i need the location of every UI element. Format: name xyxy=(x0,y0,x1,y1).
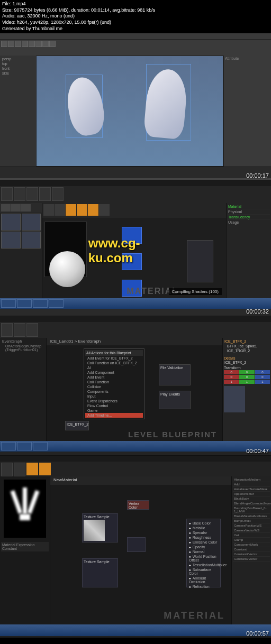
palette-item[interactable]: CameraVectorWS xyxy=(233,528,270,533)
panel-header[interactable]: ICE_BTFX_2 xyxy=(224,339,270,344)
output-pin[interactable]: Subsurface Color xyxy=(188,567,219,576)
ue-toolbar[interactable] xyxy=(0,462,271,476)
asset-thumbnail[interactable] xyxy=(1,232,21,249)
output-pin[interactable]: Metallic xyxy=(188,526,219,530)
details-panel[interactable]: Material Physical Translucency Usage xyxy=(226,203,271,298)
breadcrumb[interactable]: ICE_Land01 > EventGraph xyxy=(47,338,222,345)
modes-panel[interactable] xyxy=(0,203,42,298)
menu-item[interactable]: Collision xyxy=(85,384,143,389)
windows-taskbar[interactable] xyxy=(0,298,271,309)
play-button[interactable] xyxy=(26,323,38,337)
tool-button[interactable] xyxy=(22,41,28,47)
save-button[interactable] xyxy=(1,187,13,201)
palette-item[interactable]: Constant2Vector xyxy=(233,552,270,557)
material-toolbar[interactable] xyxy=(42,203,226,218)
tool-button[interactable] xyxy=(39,187,51,201)
camera-item[interactable]: front xyxy=(1,66,35,71)
mesh-preview[interactable] xyxy=(224,386,245,412)
palette-item[interactable]: AppendVector xyxy=(233,492,270,496)
node-graph[interactable] xyxy=(90,222,224,285)
tool-button[interactable] xyxy=(42,41,49,47)
tree-item[interactable]: OnActorBeginOverlap (TriggerFunction01) xyxy=(1,344,45,352)
windows-taskbar[interactable] xyxy=(0,441,271,452)
taskbar-item[interactable] xyxy=(17,299,32,308)
output-pin[interactable]: TessellationMultiplier xyxy=(188,563,219,567)
blueprint-node[interactable]: Play Events xyxy=(159,391,191,409)
modes-tabs[interactable] xyxy=(0,203,42,213)
palette-item[interactable]: BumpOffset xyxy=(233,519,270,523)
menu-item[interactable]: Call Function xyxy=(85,380,143,384)
tool-button[interactable] xyxy=(49,41,56,47)
taskbar-item[interactable] xyxy=(33,442,48,450)
save-icon[interactable] xyxy=(43,204,54,216)
menu-item[interactable]: Event Dispatchers xyxy=(85,399,143,403)
texture-sample-node[interactable] xyxy=(122,227,142,244)
home-button[interactable] xyxy=(26,463,38,475)
details-panel[interactable]: ICE_BTFX_2 BTFX_Ice_Spike1 ICE_TRGR_2 De… xyxy=(222,338,271,441)
output-pin[interactable]: World Position Offset xyxy=(188,554,219,563)
maya-attribute-editor[interactable]: Attribute xyxy=(223,56,271,167)
maya-outliner[interactable]: persp top front side xyxy=(0,56,36,167)
vertex-color-node[interactable]: Vertex Color xyxy=(127,500,149,510)
tool-button[interactable] xyxy=(8,41,14,47)
property-row[interactable]: Physical xyxy=(228,209,270,215)
ue-menubar[interactable] xyxy=(0,316,271,322)
taskbar-item[interactable] xyxy=(33,299,48,308)
tool-button[interactable] xyxy=(88,204,98,216)
palette-item[interactable]: Ceil xyxy=(233,533,270,538)
apply-button[interactable] xyxy=(39,463,51,475)
property-row[interactable]: Translucency xyxy=(228,215,270,220)
tab[interactable]: NewMaterial xyxy=(50,476,231,485)
ue-menubar[interactable] xyxy=(0,180,271,186)
output-pin[interactable]: Opacity xyxy=(188,545,219,549)
apply-button[interactable] xyxy=(77,204,87,216)
asset-thumbnail[interactable] xyxy=(1,214,21,231)
ue-toolbar[interactable] xyxy=(0,322,271,338)
menu-item[interactable]: Input xyxy=(85,394,143,399)
material-preview[interactable] xyxy=(44,222,87,277)
event-graph[interactable]: ICE_Land01 > EventGraph All Actions for … xyxy=(47,338,222,441)
transform-location[interactable]: 000 xyxy=(224,370,270,374)
output-pin[interactable]: Roughness xyxy=(188,535,219,540)
tool-button[interactable] xyxy=(35,41,42,47)
menu-item[interactable]: Add Component xyxy=(85,370,143,375)
output-pin[interactable]: Normal xyxy=(188,549,219,554)
output-pin[interactable]: Base Color xyxy=(188,521,219,526)
taskbar-item[interactable] xyxy=(17,442,32,450)
save-button[interactable] xyxy=(1,323,13,337)
content-browser[interactable] xyxy=(0,213,42,250)
home-button[interactable] xyxy=(66,204,76,216)
tool-button[interactable] xyxy=(99,204,110,216)
asset-thumbnail[interactable] xyxy=(22,232,41,249)
menu-item[interactable]: AI xyxy=(85,365,143,370)
output-pin[interactable]: Emissive Color xyxy=(188,540,219,545)
output-pin[interactable]: Refraction xyxy=(188,584,219,589)
menu-item[interactable]: Add Event xyxy=(85,375,143,380)
save-button[interactable] xyxy=(1,463,13,476)
play-button[interactable] xyxy=(52,187,64,201)
maya-toolbar[interactable] xyxy=(0,40,271,56)
transform-scale[interactable]: 111 xyxy=(224,380,270,384)
start-button[interactable] xyxy=(1,299,16,308)
texture-sample-node[interactable]: Texture Sample xyxy=(82,513,118,542)
palette-item[interactable]: Add xyxy=(233,482,270,487)
palette-item[interactable]: AbsorptionMedium xyxy=(233,477,270,482)
property-row[interactable]: Material xyxy=(228,204,270,209)
palette-item[interactable]: BlendAngleCorrectedNormals xyxy=(233,501,270,506)
search-icon[interactable] xyxy=(55,204,65,216)
menu-item[interactable]: Components xyxy=(85,389,143,394)
menu-item[interactable]: Flow Control xyxy=(85,403,143,408)
menu-item[interactable]: Add Event for ICE_BTFX_2 xyxy=(85,356,143,361)
context-menu[interactable]: All Actions for this Blueprint Add Event… xyxy=(84,348,144,419)
palette-item[interactable]: ComponentMask xyxy=(233,542,270,547)
compile-button[interactable] xyxy=(14,323,25,337)
palette-item[interactable]: Clamp xyxy=(233,538,270,542)
place-icon[interactable] xyxy=(1,204,11,211)
tool-button[interactable] xyxy=(1,41,7,47)
palette-item[interactable]: BoundingBoxBased_0-1_UVW xyxy=(233,506,270,514)
texture-sample-node[interactable] xyxy=(122,253,142,270)
preview-panel[interactable]: Material Expression Constant xyxy=(0,476,50,624)
camera-item[interactable]: side xyxy=(1,71,35,76)
paint-icon[interactable] xyxy=(11,204,21,211)
maya-timeline[interactable] xyxy=(0,167,271,178)
